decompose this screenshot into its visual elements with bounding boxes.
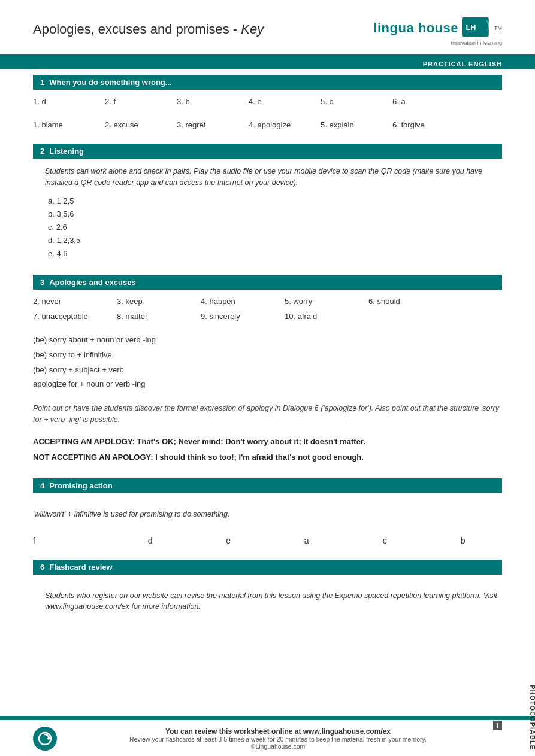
section-6-num: 6 bbox=[40, 563, 44, 572]
footer-teal-bar bbox=[0, 716, 535, 720]
footer-text-area: You can review this worksheet online at … bbox=[63, 727, 493, 750]
grammar-line-3: (be) sorry + subject + verb bbox=[33, 364, 502, 377]
section-2-list: a. 1,2,5 b. 3,5,6 c. 2,6 d. 1,2,3,5 e. 4… bbox=[33, 195, 502, 260]
section-2-header: 2 Listening bbox=[33, 144, 502, 159]
section-1-content: 1. d 2. f 3. b 4. e 5. c 6. a 1. blame 2… bbox=[0, 97, 535, 129]
section-6-label: Flashcard review bbox=[49, 563, 113, 572]
list-item-a: a. 1,2,5 bbox=[48, 195, 502, 208]
answer-1-5: 5. c bbox=[321, 97, 392, 106]
section-4-note: 'will/won't' + infinitive is used for pr… bbox=[33, 509, 502, 520]
grammar-line-2: (be) sorry to + infinitive bbox=[33, 349, 502, 362]
logo-name: lingua house bbox=[373, 20, 458, 36]
promising-2: d bbox=[111, 536, 190, 545]
header-title-area: Apologies, excuses and promises - Key bbox=[33, 17, 264, 37]
section-3-header: 3 Apologies and excuses bbox=[33, 275, 502, 290]
answer-1-9: 3. regret bbox=[177, 120, 249, 129]
section-2-note: Students can work alone and check in pai… bbox=[45, 166, 502, 189]
section-3-num: 3 bbox=[40, 278, 44, 287]
svg-text:LH: LH bbox=[466, 23, 476, 32]
section-6-note: Students who register on our website can… bbox=[45, 590, 502, 613]
answer-1-11: 5. explain bbox=[321, 120, 392, 129]
practical-english-label: PRACTICAL ENGLISH bbox=[0, 59, 535, 69]
logo-icon: LH bbox=[462, 17, 491, 40]
logo-tagline: Innovation in learning bbox=[451, 40, 502, 46]
refresh-icon bbox=[37, 730, 53, 747]
answer-1-12: 6. forgive bbox=[392, 120, 464, 129]
answer-3-7: 8. matter bbox=[117, 312, 201, 321]
answer-3-4: 5. worry bbox=[285, 297, 368, 306]
page-title: Apologies, excuses and promises - Key bbox=[33, 17, 264, 37]
footer-main-text: You can review this worksheet online at … bbox=[63, 727, 493, 736]
header: Apologies, excuses and promises - Key li… bbox=[0, 0, 535, 46]
answer-1-7: 1. blame bbox=[33, 120, 105, 129]
title-key: Key bbox=[241, 22, 264, 37]
answer-1-4: 4. e bbox=[249, 97, 321, 106]
section-2-num: 2 bbox=[40, 147, 44, 156]
section-4-answers: f d e a c b bbox=[33, 536, 502, 545]
svg-marker-3 bbox=[47, 737, 49, 740]
teal-divider bbox=[0, 54, 535, 59]
answer-1-1: 1. d bbox=[33, 97, 105, 106]
photocopiable-label: PHOTOCOPIABLE bbox=[529, 685, 535, 750]
section-1-header: 1 When you do something wrong... bbox=[33, 75, 502, 90]
section-3-label: Apologies and excuses bbox=[49, 278, 136, 287]
grammar-line-4: apologize for + noun or verb -ing bbox=[33, 378, 502, 391]
logo: lingua house LH TM bbox=[373, 17, 502, 40]
section-3-row1: 2. never 3. keep 4. happen 5. worry 6. s… bbox=[33, 297, 502, 306]
page: Apologies, excuses and promises - Key li… bbox=[0, 0, 535, 756]
trademark: TM bbox=[494, 25, 502, 31]
answer-1-8: 2. excuse bbox=[105, 120, 177, 129]
section-1-label: When you do something wrong... bbox=[49, 78, 171, 87]
answer-3-3: 4. happen bbox=[201, 297, 285, 306]
not-accepting-apology: NOT ACCEPTING AN APOLOGY: I should think… bbox=[33, 451, 502, 464]
section-4-content: 'will/won't' + infinitive is used for pr… bbox=[0, 500, 535, 545]
footer-copyright: ©Linguahouse.com bbox=[63, 743, 493, 750]
section-6-content: Students who register on our website can… bbox=[0, 582, 535, 613]
promising-1: f bbox=[33, 536, 111, 545]
list-item-c: c. 2,6 bbox=[48, 221, 502, 234]
footer: You can review this worksheet online at … bbox=[0, 720, 535, 756]
accepting-apology: ACCEPTING AN APOLOGY: That's OK; Never m… bbox=[33, 435, 502, 448]
section-3-row2: 7. unacceptable 8. matter 9. sincerely 1… bbox=[33, 312, 502, 321]
grammar-line-1: (be) sorry about + noun or verb -ing bbox=[33, 334, 502, 347]
section-1-num: 1 bbox=[40, 78, 44, 87]
answer-1-3: 3. b bbox=[177, 97, 249, 106]
footer-icon-area bbox=[33, 727, 63, 751]
promising-6: b bbox=[424, 536, 503, 545]
logo-area: lingua house LH TM Innovation in learnin… bbox=[373, 17, 502, 46]
list-item-d: d. 1,2,3,5 bbox=[48, 234, 502, 247]
footer-icon bbox=[33, 727, 57, 751]
footer-badge: i bbox=[493, 721, 502, 730]
promising-4: a bbox=[268, 536, 346, 545]
answer-3-8: 9. sincerely bbox=[201, 312, 285, 321]
footer-sub-text: Review your flashcards at least 3-5 time… bbox=[63, 736, 493, 743]
section-4-num: 4 bbox=[40, 481, 44, 490]
section-3-grammar: (be) sorry about + noun or verb -ing (be… bbox=[33, 334, 502, 391]
answer-3-5: 6. should bbox=[368, 297, 452, 306]
section-1-row2: 1. blame 2. excuse 3. regret 4. apologiz… bbox=[33, 120, 502, 129]
list-item-b: b. 3,5,6 bbox=[48, 208, 502, 221]
section-6-header: 6 Flashcard review bbox=[33, 560, 502, 575]
promising-5: c bbox=[346, 536, 424, 545]
answer-3-9: 10. afraid bbox=[285, 312, 368, 321]
section-4-label: Promising action bbox=[49, 481, 112, 490]
title-text: Apologies, excuses and promises - bbox=[33, 22, 241, 37]
answer-3-1: 2. never bbox=[33, 297, 117, 306]
promising-3: e bbox=[189, 536, 268, 545]
list-item-e: e. 4,6 bbox=[48, 247, 502, 260]
section-1-row1: 1. d 2. f 3. b 4. e 5. c 6. a bbox=[33, 97, 502, 106]
answer-3-6: 7. unacceptable bbox=[33, 312, 117, 321]
section-2-label: Listening bbox=[49, 147, 84, 156]
answer-1-2: 2. f bbox=[105, 97, 177, 106]
section-3-content: 2. never 3. keep 4. happen 5. worry 6. s… bbox=[0, 297, 535, 464]
answer-1-6: 6. a bbox=[392, 97, 464, 106]
section-3-teacher-note: Point out or have the students discover … bbox=[33, 403, 502, 426]
section-2-content: Students can work alone and check in pai… bbox=[0, 166, 535, 260]
answer-3-2: 3. keep bbox=[117, 297, 201, 306]
answer-1-10: 4. apologize bbox=[249, 120, 321, 129]
section-4-header: 4 Promising action bbox=[33, 478, 502, 493]
practical-english-text: PRACTICAL ENGLISH bbox=[423, 60, 502, 68]
